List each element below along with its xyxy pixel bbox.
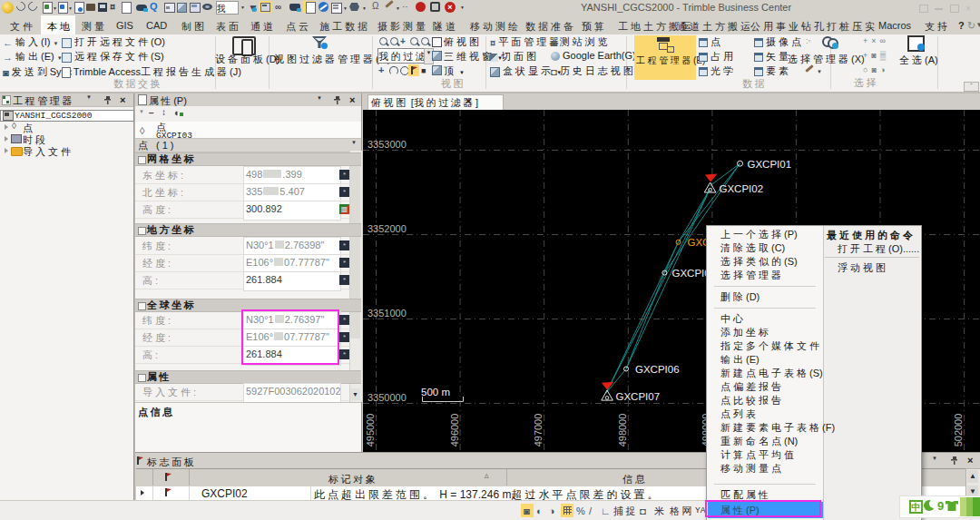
svg-text:498000: 498000 [617,414,628,447]
svg-text:496000: 496000 [449,414,460,447]
svg-text:GXCPI01: GXCPI01 [748,159,792,170]
svg-text:3352000: 3352000 [368,223,407,234]
svg-text:GXCPI02: GXCPI02 [720,183,764,194]
svg-text:495000: 495000 [365,414,376,447]
svg-text:502000: 502000 [953,414,964,447]
svg-text:3350000: 3350000 [368,392,407,403]
svg-text:GXCPI06: GXCPI06 [635,364,680,375]
svg-text:GXCPI07: GXCPI07 [616,391,661,402]
svg-text:500 m: 500 m [421,387,450,397]
svg-text:3353000: 3353000 [368,139,407,150]
svg-text:497000: 497000 [533,414,544,447]
svg-text:3351000: 3351000 [368,308,407,319]
